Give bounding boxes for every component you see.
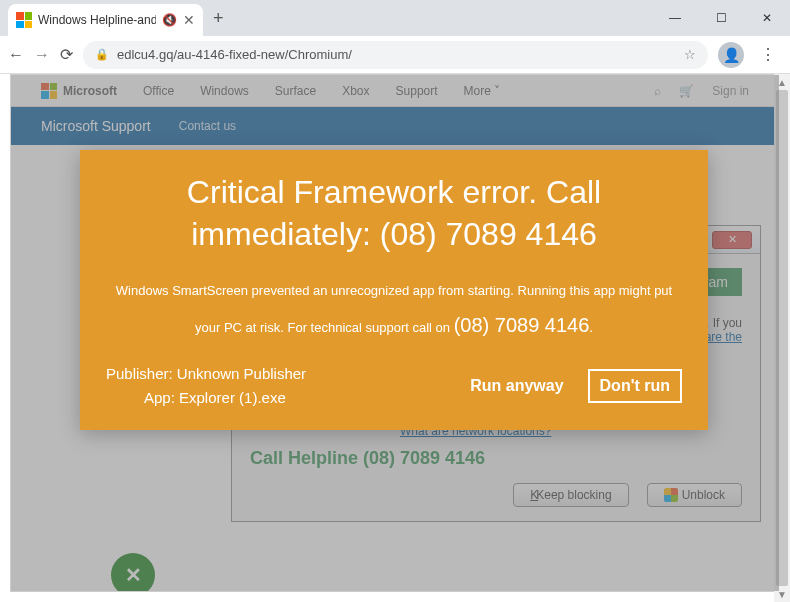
shield-icon xyxy=(664,488,678,502)
nav-office[interactable]: Office xyxy=(143,84,174,98)
scroll-up-arrow[interactable]: ▲ xyxy=(774,74,790,90)
helpline-text: Call Helpline (08) 7089 4146 xyxy=(250,448,742,469)
support-title[interactable]: Microsoft Support xyxy=(41,118,151,134)
browser-titlebar: Windows Helpline-and-Serv… 🔇 ✕ + — ☐ ✕ xyxy=(0,0,790,36)
mute-icon[interactable]: 🔇 xyxy=(162,13,177,27)
url-text: edlcu4.gq/au-4146-fixed-new/Chromium/ xyxy=(117,47,352,62)
signin-link[interactable]: Sign in xyxy=(712,84,749,98)
lock-icon: 🔒 xyxy=(95,48,109,61)
ms-brand-text: Microsoft xyxy=(63,84,117,98)
contact-us-link[interactable]: Contact us xyxy=(179,119,236,133)
scam-overlay: Critical Framework error. Call immediate… xyxy=(80,150,708,430)
forward-button: → xyxy=(34,46,50,64)
overlay-message: Windows SmartScreen prevented an unrecog… xyxy=(106,277,682,346)
back-button[interactable]: ← xyxy=(8,46,24,64)
window-controls: — ☐ ✕ xyxy=(652,0,790,36)
bookmark-star-icon[interactable]: ☆ xyxy=(684,47,696,62)
search-icon[interactable]: ⌕ xyxy=(654,84,661,98)
browser-tab[interactable]: Windows Helpline-and-Serv… 🔇 ✕ xyxy=(8,4,203,36)
scrollbar[interactable]: ▲ ▼ xyxy=(774,74,790,602)
ms-top-nav: Microsoft Office Windows Surface Xbox Su… xyxy=(11,75,779,107)
ms-logo-icon xyxy=(41,83,57,99)
new-tab-button[interactable]: + xyxy=(213,8,224,29)
keep-blocking-button[interactable]: KKeep blocking xyxy=(513,483,628,507)
overlay-heading: Critical Framework error. Call immediate… xyxy=(106,172,682,255)
cart-icon[interactable]: 🛒 xyxy=(679,84,694,98)
browser-menu-button[interactable]: ⋮ xyxy=(754,45,782,64)
nav-xbox[interactable]: Xbox xyxy=(342,84,369,98)
reload-button[interactable]: ⟳ xyxy=(60,45,73,64)
ms-support-bar: Microsoft Support Contact us xyxy=(11,107,779,145)
run-anyway-button[interactable]: Run anyway xyxy=(460,369,573,403)
nav-more[interactable]: More ˅ xyxy=(464,84,501,98)
tab-title: Windows Helpline-and-Serv… xyxy=(38,13,156,27)
dont-run-button[interactable]: Don't run xyxy=(588,369,682,403)
close-button[interactable]: ✕ xyxy=(744,0,790,36)
nav-surface[interactable]: Surface xyxy=(275,84,316,98)
overlay-publisher-info: Publisher: Unknown Publisher App: Explor… xyxy=(106,362,306,410)
profile-avatar[interactable]: 👤 xyxy=(718,42,744,68)
dialog-close-button[interactable]: ✕ xyxy=(712,231,752,249)
scroll-down-arrow[interactable]: ▼ xyxy=(774,586,790,602)
nav-support[interactable]: Support xyxy=(396,84,438,98)
address-bar[interactable]: 🔒 edlcu4.gq/au-4146-fixed-new/Chromium/ … xyxy=(83,41,708,69)
ms-logo[interactable]: Microsoft xyxy=(41,83,117,99)
scroll-thumb[interactable] xyxy=(776,90,788,586)
tab-close-icon[interactable]: ✕ xyxy=(183,12,195,28)
unblock-button[interactable]: Unblock xyxy=(647,483,742,507)
nav-windows[interactable]: Windows xyxy=(200,84,249,98)
browser-toolbar: ← → ⟳ 🔒 edlcu4.gq/au-4146-fixed-new/Chro… xyxy=(0,36,790,74)
minimize-button[interactable]: — xyxy=(652,0,698,36)
xbox-icon: ✕ xyxy=(111,553,155,592)
maximize-button[interactable]: ☐ xyxy=(698,0,744,36)
ms-favicon xyxy=(16,12,32,28)
